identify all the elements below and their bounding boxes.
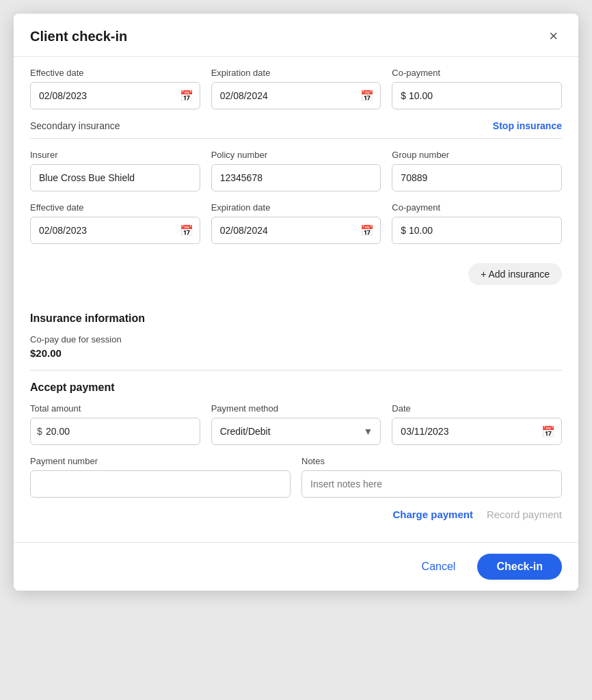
primary-copayment-label: Co-payment	[392, 68, 562, 78]
group-number-group: Group number	[392, 150, 562, 191]
secondary-expiration-date-label: Expiration date	[211, 202, 381, 213]
add-insurance-button[interactable]: + Add insurance	[468, 263, 562, 285]
dollar-sign: $	[37, 426, 42, 437]
secondary-effective-date-input[interactable]	[30, 217, 200, 244]
policy-number-group: Policy number	[211, 150, 381, 191]
total-amount-wrapper: $	[30, 418, 200, 445]
secondary-effective-date-wrapper: 📅	[30, 217, 200, 244]
copay-due-value: $20.00	[30, 347, 562, 359]
primary-insurance-section: Effective date 📅 Expiration date 📅 Co-pa…	[14, 57, 578, 299]
insurer-label: Insurer	[30, 150, 200, 160]
copay-due-label: Co-pay due for session	[30, 334, 562, 345]
primary-effective-date-input[interactable]	[30, 82, 200, 109]
primary-effective-date-label: Effective date	[30, 68, 200, 78]
policy-number-input[interactable]	[211, 164, 381, 191]
primary-dates-row: Effective date 📅 Expiration date 📅 Co-pa…	[30, 68, 562, 109]
payment-method-select[interactable]: Credit/Debit Cash Check Insurance	[211, 418, 381, 445]
notes-input[interactable]	[301, 470, 562, 498]
notes-label: Notes	[301, 456, 562, 466]
divider	[30, 370, 562, 371]
payment-number-group: Payment number	[30, 456, 291, 498]
modal-header: Client check-in ×	[14, 14, 578, 57]
secondary-dates-row: Effective date 📅 Expiration date 📅 Co-pa…	[30, 202, 562, 244]
secondary-copayment-input[interactable]	[392, 217, 562, 244]
payment-number-label: Payment number	[30, 456, 291, 466]
secondary-effective-date-group: Effective date 📅	[30, 202, 200, 244]
secondary-expiration-date-group: Expiration date 📅	[211, 202, 381, 244]
payment-number-input[interactable]	[30, 470, 291, 498]
insurance-info-section: Insurance information Co-pay due for ses…	[14, 299, 578, 534]
secondary-copayment-label: Co-payment	[392, 202, 562, 213]
secondary-expiration-date-input[interactable]	[211, 217, 381, 244]
modal-footer: Cancel Check-in	[14, 542, 578, 591]
primary-expiration-date-wrapper: 📅	[211, 82, 381, 109]
payment-date-input[interactable]	[392, 418, 562, 445]
total-amount-group: Total amount $	[30, 403, 200, 445]
notes-group: Notes	[301, 456, 562, 498]
payment-date-wrapper: 📅	[392, 418, 562, 445]
payment-method-group: Payment method Credit/Debit Cash Check I…	[211, 403, 381, 445]
primary-copayment-group: Co-payment	[392, 68, 562, 109]
primary-expiration-date-group: Expiration date 📅	[211, 68, 381, 109]
secondary-insurance-header: Secondary insurance Stop insurance	[30, 120, 562, 139]
secondary-copayment-group: Co-payment	[392, 202, 562, 244]
payment-main-row: Total amount $ Payment method Credit/Deb…	[30, 403, 562, 445]
policy-number-label: Policy number	[211, 150, 381, 160]
total-amount-input[interactable]	[30, 418, 200, 445]
charge-payment-button[interactable]: Charge payment	[392, 509, 473, 520]
group-number-label: Group number	[392, 150, 562, 160]
total-amount-label: Total amount	[30, 403, 200, 414]
insurer-group: Insurer	[30, 150, 200, 191]
payment-date-label: Date	[392, 403, 562, 414]
group-number-input[interactable]	[392, 164, 562, 191]
add-insurance-row: + Add insurance	[30, 255, 562, 285]
secondary-effective-date-label: Effective date	[30, 202, 200, 213]
modal: Client check-in × Effective date 📅 Expir…	[14, 14, 578, 591]
cancel-button[interactable]: Cancel	[411, 555, 467, 578]
payment-method-wrapper: Credit/Debit Cash Check Insurance ▼	[211, 418, 381, 445]
insurer-input[interactable]	[30, 164, 200, 191]
accept-payment-title: Accept payment	[30, 381, 562, 394]
payment-method-label: Payment method	[211, 403, 381, 414]
modal-body: Effective date 📅 Expiration date 📅 Co-pa…	[14, 57, 578, 534]
secondary-insurance-label: Secondary insurance	[30, 120, 120, 131]
secondary-expiration-date-wrapper: 📅	[211, 217, 381, 244]
modal-title: Client check-in	[30, 29, 127, 44]
stop-insurance-button[interactable]: Stop insurance	[493, 120, 562, 131]
primary-expiration-date-label: Expiration date	[211, 68, 381, 78]
primary-effective-date-wrapper: 📅	[30, 82, 200, 109]
payment-notes-row: Payment number Notes	[30, 456, 562, 498]
primary-copayment-input[interactable]	[392, 82, 562, 109]
checkin-button[interactable]: Check-in	[477, 554, 562, 580]
payment-date-group: Date 📅	[392, 403, 562, 445]
record-payment-button[interactable]: Record payment	[487, 509, 562, 520]
primary-expiration-date-input[interactable]	[211, 82, 381, 109]
primary-effective-date-group: Effective date 📅	[30, 68, 200, 109]
secondary-insurer-row: Insurer Policy number Group number	[30, 150, 562, 191]
payment-actions: Charge payment Record payment	[30, 509, 562, 520]
close-button[interactable]: ×	[545, 27, 562, 45]
insurance-info-title: Insurance information	[30, 312, 562, 325]
